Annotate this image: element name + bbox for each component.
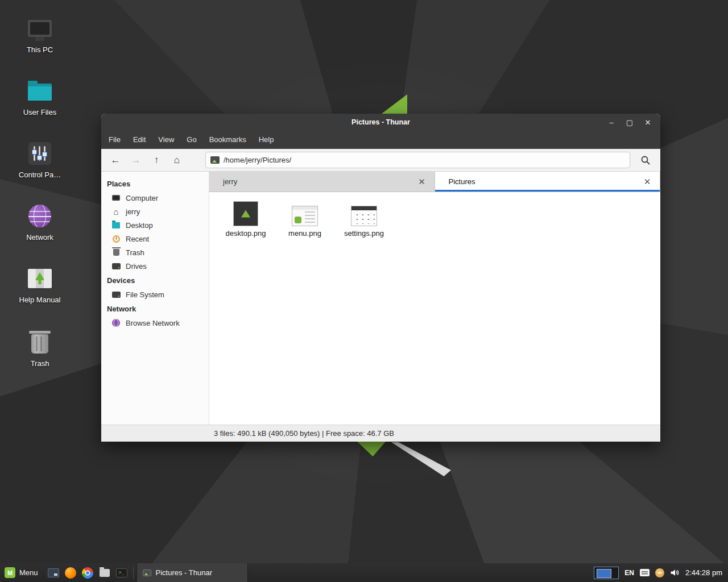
firefox-launcher[interactable] (62, 563, 79, 582)
network-globe-icon (111, 318, 121, 327)
tab-label: jerry (223, 177, 237, 186)
thunar-window-icon (143, 569, 151, 576)
clock[interactable]: 2:44:28 pm (685, 568, 722, 577)
desktop-icon-label: Trash (10, 359, 69, 368)
tab-bar: jerry ✕ Pictures ✕ (209, 172, 660, 192)
home-button[interactable]: ⌂ (168, 152, 186, 169)
menu-item-edit[interactable]: Edit (127, 131, 152, 149)
menu-button[interactable]: M Menu (0, 563, 45, 582)
chrome-launcher[interactable] (79, 563, 96, 582)
sidebar-item-desktop[interactable]: Desktop (101, 218, 209, 232)
file-settings-png[interactable]: settings.png (334, 198, 394, 238)
keyboard-layout-icon[interactable] (640, 569, 650, 576)
sidebar-item-recent[interactable]: Recent (101, 232, 209, 246)
sidebar-item-file-system[interactable]: File System (101, 288, 209, 301)
workspace-pager[interactable] (594, 567, 619, 579)
volume-icon[interactable] (670, 568, 680, 577)
desktop-icon-label: This PC (10, 45, 69, 54)
desktop-icon-user-files[interactable]: User Files (10, 77, 69, 117)
file-manager-icon (100, 569, 110, 577)
sidebar-section-places: Places (101, 176, 209, 191)
terminal-icon: >_ (116, 568, 127, 577)
tab-close-icon[interactable]: ✕ (642, 177, 653, 187)
file-name: settings.png (334, 229, 394, 238)
sidebar-item-label: Drives (126, 262, 147, 271)
wallpaper-mint-logo-fragment (357, 442, 386, 456)
show-desktop-button[interactable] (45, 563, 62, 582)
desktop-icon-trash[interactable]: Trash (10, 329, 69, 368)
search-button[interactable] (636, 152, 655, 169)
desktop-icon-network[interactable]: Network (10, 202, 69, 242)
sidebar-item-computer[interactable]: Computer (101, 191, 209, 205)
image-thumbnail (292, 206, 318, 226)
window-titlebar[interactable]: Pictures - Thunar – ▢ ✕ (101, 114, 660, 131)
sidebar-section-devices: Devices (101, 273, 209, 288)
sidebar-item-label: Recent (126, 235, 149, 243)
sidebar-item-label: Trash (126, 248, 144, 257)
status-bar: 3 files: 490.1 kB (490,050 bytes) | Free… (101, 425, 660, 442)
system-tray: EN 2:44:28 pm (594, 563, 728, 582)
menu-item-go[interactable]: Go (180, 131, 202, 149)
sidebar-item-label: jerry (126, 207, 140, 216)
path-bar[interactable]: /home/jerry/Pictures/ (205, 152, 630, 168)
desktop-icon-label: Control Pa… (10, 171, 69, 179)
file-desktop-png[interactable]: desktop.png (216, 198, 275, 238)
forward-button[interactable]: → (127, 152, 145, 169)
file-view[interactable]: desktop.png menu.png settings.png (209, 192, 660, 425)
tab-close-icon[interactable]: ✕ (416, 177, 428, 187)
sidebar-item-drives[interactable]: Drives (101, 259, 209, 273)
chrome-icon (82, 567, 93, 579)
menu-item-view[interactable]: View (152, 131, 180, 149)
menu-item-help[interactable]: Help (253, 131, 280, 149)
menu-item-file[interactable]: File (102, 131, 127, 149)
minimize-button[interactable]: – (605, 116, 618, 128)
desktop: This PC User Files Control Pa… Network H… (0, 0, 728, 582)
menu-item-bookmarks[interactable]: Bookmarks (203, 131, 253, 149)
network-globe-icon (26, 202, 53, 230)
close-button[interactable]: ✕ (641, 116, 655, 128)
window-title: Pictures - Thunar (101, 118, 660, 126)
status-text: 3 files: 490.1 kB (490,050 bytes) | Free… (214, 429, 394, 438)
image-thumbnail (351, 206, 377, 226)
sidebar-item-label: Browse Network (126, 319, 180, 327)
terminal-launcher[interactable]: >_ (113, 563, 130, 582)
file-menu-png[interactable]: menu.png (275, 198, 334, 238)
clock-icon (111, 234, 121, 243)
file-name: desktop.png (216, 229, 275, 238)
path-text: /home/jerry/Pictures/ (224, 156, 291, 164)
wallpaper-streak (391, 442, 451, 476)
back-button[interactable]: ← (106, 152, 125, 169)
task-button-thunar[interactable]: Pictures - Thunar (136, 563, 248, 582)
main-pane: jerry ✕ Pictures ✕ desktop.png (209, 172, 660, 425)
file-name: menu.png (275, 229, 334, 238)
menu-button-label: Menu (19, 568, 38, 577)
desktop-icon-control-panel[interactable]: Control Pa… (10, 140, 69, 179)
wallpaper-mint-logo-fragment (375, 94, 407, 115)
home-icon: ⌂ (111, 207, 121, 216)
sidebar-item-browse-network[interactable]: Browse Network (101, 316, 209, 330)
sidebar: Places Computer ⌂ jerry Desktop Recent (101, 172, 209, 425)
files-launcher[interactable] (96, 563, 113, 582)
trash-icon (26, 329, 53, 356)
search-icon (640, 155, 651, 165)
up-button[interactable]: ↑ (147, 152, 166, 169)
maximize-button[interactable]: ▢ (623, 116, 636, 128)
taskbar: M Menu >_ Pictures - Thunar EN 2:44:28 p… (0, 563, 728, 582)
tab-pictures[interactable]: Pictures ✕ (435, 172, 661, 192)
desktop-icon-help-manual[interactable]: Help Manual (10, 265, 69, 304)
computer-icon (26, 15, 53, 42)
show-desktop-icon (48, 568, 59, 577)
tab-label: Pictures (449, 177, 475, 186)
tab-jerry[interactable]: jerry ✕ (209, 172, 435, 192)
desktop-icon-label: User Files (10, 108, 69, 117)
sidebar-item-label: File System (126, 290, 164, 299)
location-image-icon (210, 156, 220, 164)
update-manager-icon[interactable] (655, 568, 664, 577)
desktop-icon-this-pc[interactable]: This PC (10, 15, 69, 54)
control-panel-icon (26, 140, 53, 167)
desktop-icon-label: Network (10, 233, 69, 242)
sidebar-item-jerry[interactable]: ⌂ jerry (101, 205, 209, 218)
window-controls: – ▢ ✕ (605, 116, 660, 128)
keyboard-language-indicator[interactable]: EN (624, 569, 634, 577)
sidebar-item-trash[interactable]: Trash (101, 246, 209, 259)
